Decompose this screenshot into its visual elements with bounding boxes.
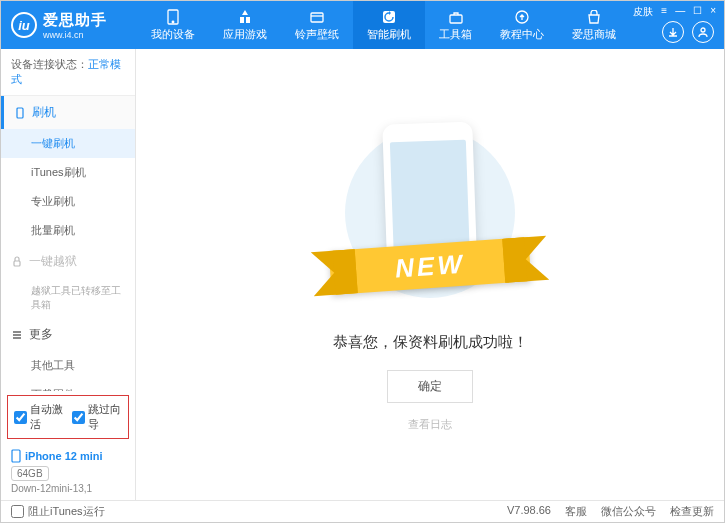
tutorial-icon [514, 9, 530, 25]
auto-activate-checkbox[interactable]: 自动激活 [14, 402, 64, 432]
nav-my-device[interactable]: 我的设备 [137, 1, 209, 49]
phone-icon [14, 107, 26, 119]
toolbox-icon [448, 9, 464, 25]
ok-button[interactable]: 确定 [387, 370, 473, 403]
user-button[interactable] [692, 21, 714, 43]
app-logo: iu 爱思助手 www.i4.cn [11, 11, 107, 40]
device-phone-icon [11, 449, 21, 463]
success-illustration: NEW [345, 118, 515, 318]
content-area: NEW 恭喜您，保资料刷机成功啦！ 确定 查看日志 [136, 49, 724, 500]
svg-rect-4 [450, 15, 462, 23]
more-icon [11, 329, 23, 341]
nav-toolbox[interactable]: 工具箱 [425, 1, 486, 49]
download-button[interactable] [662, 21, 684, 43]
statusbar: 阻止iTunes运行 V7.98.66 客服 微信公众号 检查更新 [1, 500, 724, 522]
svg-rect-8 [14, 261, 20, 266]
version-label: V7.98.66 [507, 504, 551, 519]
view-log-link[interactable]: 查看日志 [408, 417, 452, 432]
app-url: www.i4.cn [43, 30, 107, 40]
sidebar-item-pro[interactable]: 专业刷机 [1, 187, 135, 216]
success-message: 恭喜您，保资料刷机成功啦！ [333, 333, 528, 352]
svg-rect-2 [311, 13, 323, 22]
sidebar: 设备连接状态：正常模式 刷机 一键刷机 iTunes刷机 专业刷机 批量刷机 一… [1, 49, 136, 500]
update-link[interactable]: 检查更新 [670, 504, 714, 519]
sidebar-cat-flash[interactable]: 刷机 [1, 96, 135, 129]
block-itunes-checkbox[interactable]: 阻止iTunes运行 [11, 504, 105, 519]
window-controls: 皮肤 ≡ — ☐ × [633, 5, 716, 19]
sidebar-item-oneclick[interactable]: 一键刷机 [1, 129, 135, 158]
nav-tutorials[interactable]: 教程中心 [486, 1, 558, 49]
apps-icon [237, 9, 253, 25]
main-nav: 我的设备 应用游戏 铃声壁纸 智能刷机 工具箱 教程中心 爱思商城 [137, 1, 630, 49]
svg-rect-9 [12, 450, 20, 462]
sidebar-item-itunes[interactable]: iTunes刷机 [1, 158, 135, 187]
sidebar-cat-more[interactable]: 更多 [1, 318, 135, 351]
sidebar-item-firmware[interactable]: 下载固件 [1, 380, 135, 391]
svg-rect-7 [17, 108, 23, 118]
store-icon [586, 9, 602, 25]
sidebar-item-batch[interactable]: 批量刷机 [1, 216, 135, 245]
device-panel[interactable]: iPhone 12 mini 64GB Down-12mini-13,1 [1, 443, 135, 500]
lock-icon [11, 256, 23, 268]
skin-button[interactable]: 皮肤 [633, 5, 653, 19]
sidebar-item-other[interactable]: 其他工具 [1, 351, 135, 380]
maximize-button[interactable]: ☐ [693, 5, 702, 19]
menu-button[interactable]: ≡ [661, 5, 667, 19]
skip-guide-checkbox[interactable]: 跳过向导 [72, 402, 122, 432]
wechat-link[interactable]: 微信公众号 [601, 504, 656, 519]
app-name: 爱思助手 [43, 11, 107, 30]
connection-status: 设备连接状态：正常模式 [1, 49, 135, 96]
nav-store[interactable]: 爱思商城 [558, 1, 630, 49]
device-info: Down-12mini-13,1 [11, 483, 125, 494]
nav-flash[interactable]: 智能刷机 [353, 1, 425, 49]
nav-ringtones[interactable]: 铃声壁纸 [281, 1, 353, 49]
svg-point-1 [172, 21, 174, 23]
svg-point-6 [701, 28, 705, 32]
options-box: 自动激活 跳过向导 [7, 395, 129, 439]
logo-icon: iu [11, 12, 37, 38]
jailbreak-note: 越狱工具已转移至工具箱 [1, 278, 135, 318]
flash-icon [381, 9, 397, 25]
titlebar: iu 爱思助手 www.i4.cn 我的设备 应用游戏 铃声壁纸 智能刷机 工具… [1, 1, 724, 49]
ringtone-icon [309, 9, 325, 25]
minimize-button[interactable]: — [675, 5, 685, 19]
close-button[interactable]: × [710, 5, 716, 19]
sidebar-cat-jailbreak[interactable]: 一键越狱 [1, 245, 135, 278]
device-storage: 64GB [11, 466, 49, 481]
support-link[interactable]: 客服 [565, 504, 587, 519]
nav-apps[interactable]: 应用游戏 [209, 1, 281, 49]
device-icon [165, 9, 181, 25]
